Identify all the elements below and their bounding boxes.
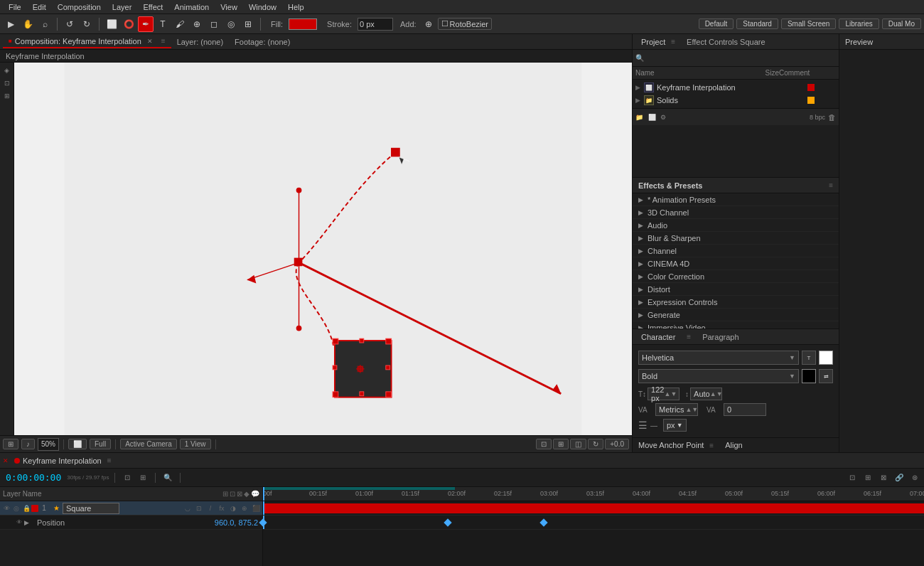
add-btn[interactable]: ⊕ [421,16,436,32]
switch-fx[interactable]: fx [217,505,227,512]
layer-lock-0[interactable]: 🔒 [21,503,31,513]
size-stepper[interactable]: ▲▼ [664,390,677,397]
timeline-ruler[interactable]: 00f 00:15f 01:00f 01:15f 02:00f 02:15f 0… [263,487,924,501]
offset-btn[interactable]: +0.0 [605,439,629,449]
side-icon-1[interactable]: ◈ [2,65,12,75]
comp-tools-left[interactable]: ⊞ [3,439,18,449]
comments-icon[interactable]: 💬 [251,490,259,498]
rotobezier-btn[interactable]: ☐ RotoBezier [438,18,492,30]
effect-cat-4[interactable]: ▶ Channel [633,245,839,257]
effect-cat-6[interactable]: ▶ Color Correction [633,270,839,283]
redo-btn[interactable]: ↻ [79,16,95,32]
timeline-ctrl-3[interactable]: ⊠ [877,471,890,484]
timeline-tab-menu[interactable]: ≡ [107,456,112,464]
menu-view[interactable]: View [215,3,243,11]
grid-btn[interactable]: ⊞ [553,439,569,449]
project-search-input[interactable] [647,54,836,63]
project-search[interactable]: 🔍 [633,50,839,67]
keys-icon[interactable]: ◆ [244,490,249,498]
views-btn[interactable]: 1 View [180,439,211,449]
layer-eye-0[interactable]: 👁 [1,503,11,513]
layer-label-0[interactable] [31,505,38,512]
effect-controls-tab[interactable]: Effect Controls Square [681,36,770,48]
new-folder-icon[interactable]: 📁 [635,114,643,121]
new-comp-icon[interactable]: ⬜ [648,114,656,121]
effect-cat-0[interactable]: ▶ * Animation Presets [633,193,839,206]
timeline-ctrl-2[interactable]: ⊞ [861,471,874,484]
layer-bar-0[interactable] [263,503,924,513]
side-icon-2[interactable]: ⊡ [2,78,12,88]
switch-3d[interactable]: ⬛ [251,505,261,512]
line-height-value[interactable]: Auto ▲▼ [690,388,722,400]
position-value[interactable]: 960.0, 875.2 [212,518,261,527]
timeline-close-x[interactable]: ✕ [3,457,9,464]
fit-btn[interactable]: ⬜ [68,439,87,449]
camera-btn[interactable]: Active Camera [120,439,177,449]
font-color-box-white[interactable] [819,351,833,365]
timeline-ctrl-5[interactable]: ⊛ [908,471,921,484]
swap-colors-btn[interactable]: ⇄ [819,369,833,383]
workspace-libraries[interactable]: Libraries [839,18,879,29]
workspace-default[interactable]: Default [699,18,734,29]
menu-window[interactable]: Window [243,3,282,11]
timeline-ctrl-4[interactable]: 🔗 [893,471,906,484]
layer-tab[interactable]: Layer: (none) [171,36,229,48]
undo-btn[interactable]: ↺ [62,16,77,32]
kerning-arrow[interactable]: ▲▼ [685,406,698,413]
effect-cat-1[interactable]: ▶ 3D Channel [633,206,839,219]
menu-composition[interactable]: Composition [52,3,107,11]
ellipse-mask-tool[interactable]: ⭕ [121,16,136,32]
switch-motion-blur[interactable]: ◑ [228,505,238,512]
timeline-tab[interactable]: Keyframe Interpolation ≡ [9,455,117,466]
timeline-time[interactable]: 0:00:00:00 [6,472,61,483]
snap-toggle[interactable]: ⊡ [121,471,134,484]
workspace-standard[interactable]: Standard [736,18,778,29]
comp-audio-btn[interactable]: ♪ [21,439,35,449]
keyframe-2[interactable] [539,518,547,526]
mask-btn[interactable]: ◫ [570,439,586,449]
modes-icon[interactable]: ⊡ [230,490,235,498]
layer-name-input-0[interactable]: Square [63,503,119,514]
menu-file[interactable]: File [3,3,27,11]
search-timeline[interactable]: 🔍 [161,471,174,484]
footage-tab[interactable]: Footage: (none) [229,36,296,48]
switches-icon[interactable]: ⊞ [222,490,228,498]
project-tab[interactable]: Project [635,36,671,48]
magnification-display[interactable]: 50% [38,438,59,451]
menu-layer[interactable]: Layer [107,3,138,11]
paragraph-tab[interactable]: Paragraph [697,331,744,343]
font-size-value[interactable]: 122 px ▲▼ [648,388,679,400]
switch-adjust[interactable]: ⊕ [240,505,249,512]
fill-control[interactable]: Fill: [268,18,317,30]
sub-layer-position[interactable]: 👁 ▶ Position 960.0, 875.2 [0,516,262,530]
project-tab-menu[interactable]: ≡ [671,38,675,46]
workspace-dual[interactable]: Dual Mo [882,18,921,29]
comp-tab-menu[interactable]: ≡ [161,37,166,45]
effect-cat-7[interactable]: ▶ Distort [633,283,839,296]
position-eye[interactable]: 👁 [14,518,24,528]
tracking-value[interactable]: 0 [724,403,766,416]
menu-help[interactable]: Help [282,3,310,11]
text-tool[interactable]: T [155,16,171,32]
layer-row-0[interactable]: 👁 ◎ 🔒 1 ★ Square ◡ ⊡ / fx [0,501,262,516]
keyframe-1[interactable] [444,518,451,526]
effect-cat-3[interactable]: ▶ Blur & Sharpen [633,232,839,245]
comp-tab[interactable]: ■ Composition: Keyframe Interpolation ✕ … [3,36,171,48]
trash-icon[interactable]: 🗑 [828,113,836,122]
effects-menu-icon[interactable]: ≡ [829,181,833,189]
menu-effect[interactable]: Effect [137,3,168,11]
parent-icon[interactable]: ⊠ [237,490,242,498]
character-tab-menu[interactable]: ≡ [687,333,691,341]
work-area[interactable] [263,487,455,490]
effect-cat-2[interactable]: ▶ Audio [633,219,839,232]
eraser-tool[interactable]: ◻ [206,16,222,32]
project-settings-icon[interactable]: ⚙ [660,114,666,121]
unit-dropdown[interactable]: px ▼ [663,419,687,432]
close-timeline[interactable]: ✕ [3,457,9,464]
fill-color[interactable] [289,18,317,30]
character-tab[interactable]: Character [635,331,681,343]
hand-tool[interactable]: ✋ [20,16,36,32]
effect-cat-10[interactable]: ▶ Immersive Video [633,321,839,329]
composition-viewer[interactable] [14,63,632,435]
solo-toggle[interactable]: ⊞ [136,471,149,484]
